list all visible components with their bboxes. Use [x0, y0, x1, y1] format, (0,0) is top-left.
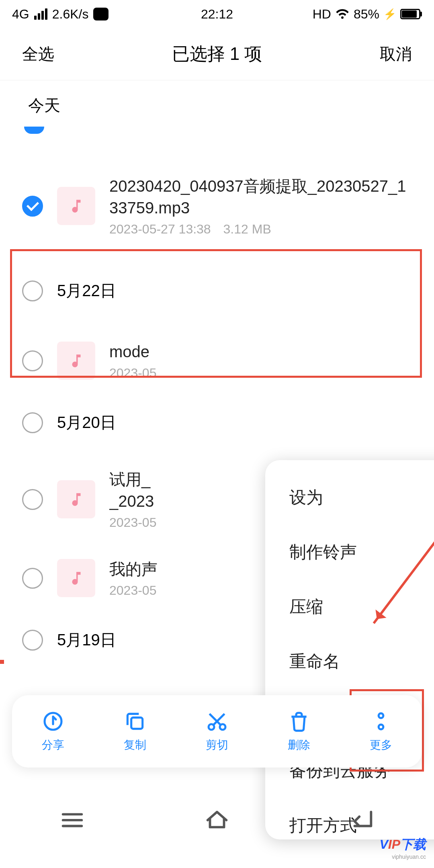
checkbox[interactable] [22, 630, 43, 651]
file-meta: 2023-05 [109, 366, 414, 381]
status-time: 22:12 [201, 7, 233, 22]
network-type: 4G [12, 7, 29, 22]
delete-button[interactable]: 删除 [288, 710, 310, 753]
music-file-icon [57, 342, 95, 380]
selection-header: 全选 已选择 1 项 取消 [0, 28, 434, 80]
svg-point-5 [379, 725, 383, 729]
date-row[interactable]: 5月22日 [0, 271, 434, 311]
status-left: 4G 2.6K/s [12, 7, 108, 22]
menu-compress[interactable]: 压缩 [265, 579, 434, 634]
delete-label: 删除 [288, 737, 310, 753]
action-toolbar: 分享 复制 剪切 删除 更多 [12, 695, 422, 768]
svg-point-2 [209, 724, 214, 730]
status-right: HD 85% ⚡ [313, 5, 422, 23]
svg-rect-1 [131, 718, 143, 729]
date-label: 5月20日 [57, 411, 116, 434]
signal-icon [34, 8, 47, 20]
partial-indicator [24, 127, 44, 134]
music-file-icon [57, 480, 95, 518]
share-button[interactable]: 分享 [42, 710, 64, 753]
nav-back-button[interactable] [348, 805, 376, 835]
checkbox-checked[interactable] [22, 196, 43, 217]
file-name: 20230420_040937音频提取_20230527_133759.mp3 [109, 175, 414, 219]
file-info: mode 2023-05 [109, 341, 414, 381]
select-all-button[interactable]: 全选 [22, 43, 54, 65]
file-date: 2023-05 [109, 583, 156, 598]
checkbox[interactable] [22, 568, 43, 589]
network-speed: 2.6K/s [52, 7, 89, 22]
file-size: 3.12 MB [223, 222, 271, 236]
section-today: 今天 [0, 80, 434, 127]
checkbox[interactable] [22, 412, 43, 433]
message-icon [93, 8, 108, 20]
status-bar: 4G 2.6K/s 22:12 HD 85% ⚡ [0, 0, 434, 28]
checkbox[interactable] [22, 350, 43, 371]
file-name: mode [109, 341, 414, 362]
svg-point-4 [379, 713, 383, 718]
charging-icon: ⚡ [383, 8, 396, 20]
watermark-sub: viphuiyuan.cc [379, 854, 426, 860]
date-label: 5月19日 [57, 629, 116, 651]
file-row[interactable]: 20230420_040937音频提取_20230527_133759.mp3 … [0, 153, 434, 259]
date-row[interactable]: 5月20日 [0, 403, 434, 442]
checkbox[interactable] [22, 280, 43, 301]
cut-label: 剪切 [206, 737, 228, 753]
wifi-icon [335, 5, 350, 23]
copy-label: 复制 [124, 737, 146, 753]
svg-point-3 [220, 724, 225, 730]
share-label: 分享 [42, 737, 64, 753]
selection-title: 已选择 1 项 [172, 42, 262, 66]
file-date: 2023-05 [109, 366, 156, 380]
system-navbar [0, 796, 434, 844]
cancel-button[interactable]: 取消 [380, 43, 412, 65]
more-button[interactable]: 更多 [370, 710, 392, 753]
cut-button[interactable]: 剪切 [206, 710, 228, 753]
checkbox[interactable] [22, 489, 43, 510]
menu-make-ringtone[interactable]: 制作铃声 [265, 525, 434, 579]
battery-icon [400, 9, 422, 19]
date-label: 5月22日 [57, 280, 116, 302]
file-date: 2023-05 [109, 515, 156, 530]
battery-percent: 85% [354, 7, 379, 22]
file-date: 2023-05-27 13:38 [109, 222, 211, 236]
music-file-icon [57, 559, 95, 597]
highlight-box-more [0, 660, 4, 664]
copy-button[interactable]: 复制 [124, 710, 146, 753]
more-menu-popup: 设为 制作铃声 压缩 重命名 标签 备份到云服务 打开方式 [265, 460, 434, 839]
file-meta: 2023-05-27 13:38 3.12 MB [109, 222, 414, 237]
menu-set-as[interactable]: 设为 [265, 470, 434, 525]
menu-rename[interactable]: 重命名 [265, 634, 434, 689]
watermark: VIP下载 viphuiyuan.cc [379, 836, 426, 860]
music-file-icon [57, 187, 95, 225]
file-info: 20230420_040937音频提取_20230527_133759.mp3 … [109, 175, 414, 237]
nav-home-button[interactable] [203, 805, 231, 835]
more-label: 更多 [370, 737, 392, 753]
nav-recent-button[interactable] [58, 805, 86, 835]
hd-label: HD [313, 7, 331, 22]
file-row[interactable]: mode 2023-05 [0, 331, 434, 391]
